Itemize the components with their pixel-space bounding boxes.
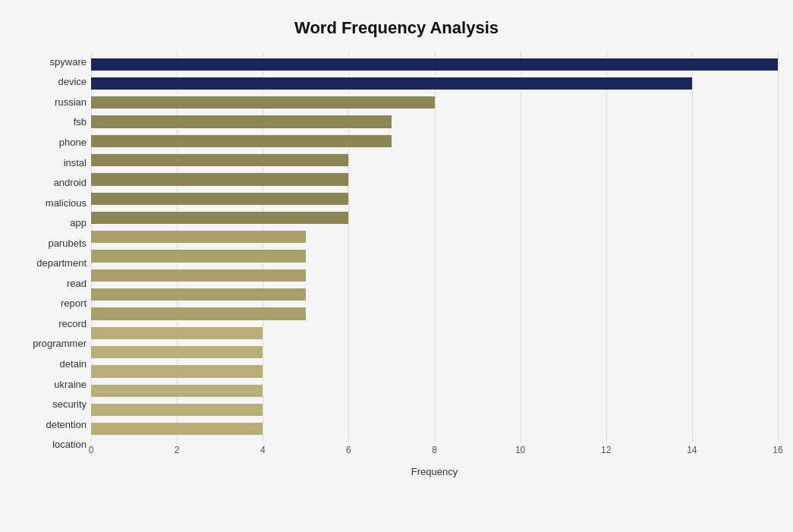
bar-row [91, 93, 778, 112]
bar-row [91, 112, 778, 131]
x-tick-label: 6 [346, 445, 351, 455]
bars-area [91, 52, 778, 442]
y-label: device [58, 72, 87, 93]
bar-row [91, 228, 778, 247]
bar [91, 307, 306, 320]
bar [91, 288, 306, 301]
chart-area: spywaredevicerussianfsbphoneinstalandroi… [15, 52, 778, 477]
grid-line [778, 52, 779, 442]
x-axis-title: Frequency [91, 466, 778, 477]
bar [91, 365, 263, 377]
bars-and-xaxis: 0246810121416 Frequency [91, 52, 778, 477]
y-label: location [52, 434, 87, 455]
x-tick-label: 10 [515, 445, 525, 455]
bar-row [91, 74, 778, 93]
y-label: parubets [48, 233, 87, 253]
x-tick-label: 0 [89, 445, 94, 455]
bar [91, 173, 348, 185]
chart-container: Word Frequency Analysis spywaredevicerus… [0, 0, 793, 532]
bar-row [91, 362, 778, 381]
y-label: detain [60, 354, 87, 374]
bar-row [91, 323, 778, 342]
bar [91, 77, 692, 90]
bar [91, 269, 306, 282]
bar-row [91, 400, 778, 419]
y-label: fsb [74, 112, 87, 133]
bar-row [91, 150, 778, 169]
y-label: record [58, 313, 87, 334]
bar-row [91, 266, 778, 285]
x-tick-label: 8 [432, 445, 437, 455]
y-label: department [36, 253, 87, 273]
x-tick-label: 14 [687, 445, 697, 455]
bar [91, 96, 435, 109]
y-label: russian [55, 92, 87, 112]
bar [91, 385, 263, 397]
y-label: programmer [33, 334, 87, 354]
y-label: phone [59, 132, 87, 153]
bar-row [91, 189, 778, 208]
y-axis-labels: spywaredevicerussianfsbphoneinstalandroi… [15, 52, 91, 477]
bar [91, 115, 392, 127]
y-label: report [61, 294, 87, 314]
bar [91, 212, 348, 224]
bar [91, 346, 263, 358]
bar [91, 250, 306, 262]
bar [91, 423, 263, 435]
chart-title: Word Frequency Analysis [15, 15, 778, 38]
bar-row [91, 381, 778, 400]
bar-row [91, 55, 778, 74]
bar [91, 154, 348, 166]
y-label: detention [46, 414, 87, 435]
bar [91, 327, 263, 339]
bar-row [91, 247, 778, 266]
bar-row [91, 208, 778, 227]
y-label: spyware [50, 52, 87, 72]
y-label: app [70, 212, 87, 233]
y-label: instal [64, 153, 87, 173]
bar [91, 58, 778, 71]
x-tick-label: 2 [175, 445, 180, 455]
y-label: ukraine [54, 374, 87, 395]
bar [91, 404, 263, 416]
x-axis: 0246810121416 [91, 442, 778, 464]
x-tick-label: 4 [260, 445, 266, 455]
y-label: security [52, 394, 87, 414]
bar-row [91, 170, 778, 189]
bars-list [91, 52, 778, 442]
bar-row [91, 420, 778, 439]
x-tick-label: 12 [601, 445, 611, 455]
bar-row [91, 304, 778, 323]
y-label: read [67, 273, 87, 294]
x-tick-label: 16 [773, 445, 782, 455]
y-label: malicious [46, 193, 87, 213]
bar-row [91, 342, 778, 361]
bar [91, 231, 306, 243]
bar [91, 193, 348, 205]
bar-row [91, 131, 778, 150]
bar [91, 135, 392, 147]
bar-row [91, 285, 778, 304]
y-label: android [54, 172, 87, 193]
